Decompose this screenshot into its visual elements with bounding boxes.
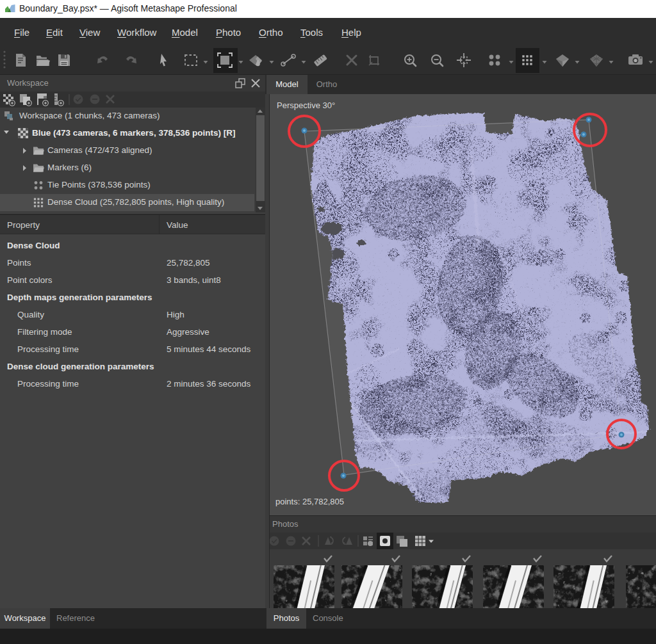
svg-text:points: 25,782,805: points: 25,782,805: [275, 497, 344, 506]
svg-text:Perspective 30°: Perspective 30°: [277, 101, 335, 110]
